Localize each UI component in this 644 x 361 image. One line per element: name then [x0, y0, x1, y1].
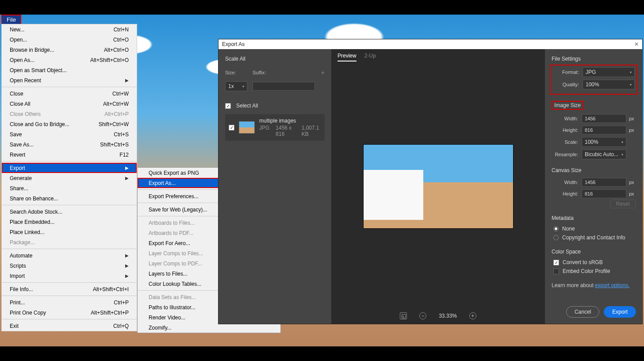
image-size-heading: Image Size — [552, 101, 583, 110]
menu-item-print-[interactable]: Print...Ctrl+P — [2, 297, 137, 307]
menu-item-share-on-behance-[interactable]: Share on Behance... — [2, 193, 137, 204]
resample-select[interactable]: Bicubic Auto...▾ — [582, 150, 626, 159]
format-select[interactable]: JPG▾ — [583, 67, 635, 77]
menu-item-close[interactable]: CloseCtrl+W — [2, 88, 137, 99]
format-label: Format: — [552, 69, 579, 75]
embed-profile-checkbox[interactable] — [553, 269, 559, 274]
chevron-down-icon: ▾ — [621, 153, 623, 157]
menu-item-save[interactable]: SaveCtrl+S — [2, 129, 137, 139]
menu-item-open-as-smart-object-[interactable]: Open as Smart Object... — [2, 65, 137, 75]
menu-item-save-as-[interactable]: Save As...Shift+Ctrl+S — [2, 139, 137, 150]
export-item-row[interactable]: ✓ multiple images JPG 644 x 361 1,007.1… — [225, 114, 325, 141]
export-as-dialog: Export As ✕ Scale All Size: Suffix: + 1x… — [218, 39, 643, 324]
select-all-label: Select All — [236, 103, 258, 109]
suffix-label: Suffix: — [253, 70, 316, 75]
left-panel: Scale All Size: Suffix: + 1x▾ ✓ Select A… — [218, 49, 331, 324]
item-checkbox[interactable]: ✓ — [229, 125, 234, 131]
quality-select[interactable]: 100%▾ — [583, 80, 635, 89]
preview-panel: Preview 2-Up ◱ − 33.33% + — [331, 49, 545, 324]
chevron-down-icon: ▾ — [621, 140, 623, 144]
menu-item-share-[interactable]: Share... — [2, 183, 137, 193]
px-unit: px — [629, 116, 636, 121]
zoom-fit-icon[interactable]: ◱ — [400, 312, 407, 319]
px-unit: px — [629, 191, 636, 196]
height-input[interactable]: 816 — [582, 126, 626, 134]
chevron-down-icon: ▾ — [630, 83, 632, 87]
reset-button[interactable]: Reset — [610, 200, 636, 208]
resample-label: Resample: — [552, 152, 578, 157]
item-dims: 644 x 361 — [276, 125, 295, 137]
size-select[interactable]: 1x▾ — [225, 81, 247, 91]
metadata-heading: Metadata — [552, 215, 636, 221]
zoom-out-icon[interactable]: − — [419, 312, 426, 319]
menu-item-place-embedded-[interactable]: Place Embedded... — [2, 217, 137, 227]
item-size: 1,007.1 KB — [302, 125, 321, 137]
menu-item-file-info-[interactable]: File Info...Alt+Shift+Ctrl+I — [2, 284, 137, 294]
quality-label: Quality: — [552, 82, 579, 87]
color-space-heading: Color Space — [552, 249, 636, 255]
canvas-size-heading: Canvas Size — [552, 167, 636, 173]
menu-item-generate[interactable]: Generate — [2, 173, 137, 183]
canvas-height-label: Height: — [552, 191, 578, 196]
canvas-width-label: Width: — [552, 180, 578, 185]
add-size-icon[interactable]: + — [321, 69, 325, 76]
file-menu: New...Ctrl+NOpen...Ctrl+OBrowse in Bridg… — [1, 24, 137, 331]
select-all-checkbox[interactable]: ✓ — [225, 103, 231, 109]
width-input[interactable]: 1456 — [582, 114, 626, 123]
metadata-copyright-radio[interactable] — [553, 235, 559, 240]
menu-item-close-others: Close OthersAlt+Ctrl+P — [2, 109, 137, 119]
menu-item-browse-in-bridge-[interactable]: Browse in Bridge...Alt+Ctrl+O — [2, 45, 137, 55]
menu-item-open-[interactable]: Open...Ctrl+O — [2, 35, 137, 45]
menu-item-open-recent[interactable]: Open Recent — [2, 75, 137, 85]
menu-item-import[interactable]: Import — [2, 271, 137, 281]
dialog-title: Export As — [222, 41, 245, 47]
preview-image — [363, 144, 514, 229]
right-panel: File Settings Format: JPG▾ Quality: 100%… — [545, 49, 642, 324]
menu-item-open-as-[interactable]: Open As...Alt+Shift+Ctrl+O — [2, 55, 137, 65]
item-name: multiple images — [259, 118, 321, 124]
chevron-down-icon: ▾ — [630, 70, 632, 74]
tab-2up[interactable]: 2-Up — [364, 53, 376, 61]
menubar-file[interactable]: File — [1, 15, 21, 25]
canvas-width-input[interactable]: 1456 — [582, 178, 626, 187]
menu-item-automate[interactable]: Automate — [2, 250, 137, 261]
chevron-down-icon: ▾ — [242, 84, 244, 88]
export-button[interactable]: Export — [604, 306, 636, 318]
zoom-in-icon[interactable]: + — [469, 312, 476, 319]
menu-item-exit[interactable]: ExitCtrl+Q — [2, 321, 137, 331]
convert-srgb-label: Convert to sRGB — [563, 259, 603, 265]
scale-select[interactable]: 100%▾ — [582, 137, 626, 147]
menu-item-search-adobe-stock-[interactable]: Search Adobe Stock... — [2, 207, 137, 217]
metadata-none-radio[interactable] — [553, 226, 559, 231]
cancel-button[interactable]: Cancel — [566, 306, 599, 318]
menu-item-close-all[interactable]: Close AllAlt+Ctrl+W — [2, 99, 137, 109]
close-icon[interactable]: ✕ — [634, 41, 639, 47]
menu-item-scripts[interactable]: Scripts — [2, 261, 137, 271]
canvas-height-input[interactable]: 816 — [582, 189, 626, 198]
menu-item-close-and-go-to-bridge-[interactable]: Close and Go to Bridge...Shift+Ctrl+W — [2, 119, 137, 129]
tab-preview[interactable]: Preview — [337, 53, 356, 61]
zoom-level: 33.33% — [439, 313, 457, 319]
export-options-link[interactable]: export options. — [595, 282, 630, 288]
menu-item-print-one-copy[interactable]: Print One CopyAlt+Shift+Ctrl+P — [2, 307, 137, 318]
height-label: Height: — [552, 127, 578, 133]
file-settings-heading: File Settings — [552, 56, 636, 62]
menu-item-revert[interactable]: RevertF12 — [2, 150, 137, 160]
menu-item-package-: Package... — [2, 237, 137, 247]
embed-profile-label: Embed Color Profile — [563, 268, 610, 274]
width-label: Width: — [552, 116, 578, 121]
scale-label: Scale: — [552, 139, 578, 145]
dialog-titlebar: Export As ✕ — [218, 39, 642, 49]
metadata-copyright-label: Copyright and Contact Info — [562, 234, 625, 241]
menu-item-new-[interactable]: New...Ctrl+N — [2, 24, 137, 35]
suffix-input[interactable] — [253, 82, 315, 91]
px-unit: px — [629, 127, 636, 133]
learn-more-text: Learn more about — [552, 282, 594, 288]
metadata-none-label: None — [562, 226, 575, 232]
menu-item-place-linked-[interactable]: Place Linked... — [2, 227, 137, 237]
scale-all-heading: Scale All — [225, 56, 325, 62]
px-unit: px — [629, 180, 636, 185]
size-label: Size: — [225, 70, 247, 75]
convert-srgb-checkbox[interactable]: ✓ — [553, 260, 559, 265]
menu-item-export[interactable]: Export — [2, 163, 137, 173]
